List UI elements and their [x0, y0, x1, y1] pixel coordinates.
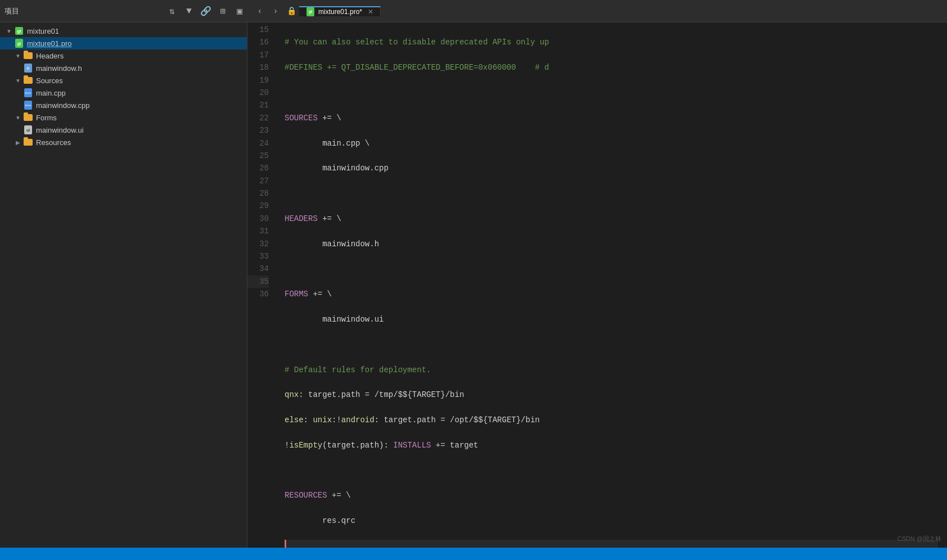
line-31: !isEmpty(target.path): INSTALLS += targe…	[285, 439, 938, 451]
image-icon[interactable]: ▣	[233, 4, 246, 18]
line-19: main.cpp \	[285, 137, 938, 150]
tab-prev-button[interactable]: ‹	[252, 7, 268, 16]
sidebar-label-headers: Headers	[36, 52, 64, 60]
line-16: #DEFINES += QT_DISABLE_DEPRECATED_BEFORE…	[285, 61, 938, 74]
main-area: ▼ gt mixture01 gt mixture01.pro ▼ Header…	[0, 22, 947, 548]
line-15: # You can also select to disable depreca…	[285, 36, 938, 48]
line-30: else: unix:!android: target.path = /opt/…	[285, 414, 938, 426]
sidebar-item-maincpp[interactable]: c++ main.cpp	[0, 87, 247, 99]
cpp-file-icon-mainwindow: c++	[22, 101, 34, 110]
watermark-text: CSDN @国之林	[898, 535, 941, 543]
sidebar-label-maincpp: main.cpp	[36, 89, 66, 97]
line-27	[285, 338, 938, 351]
line-20: mainwindow.cpp	[285, 162, 938, 174]
code-content[interactable]: # You can also select to disable depreca…	[276, 22, 947, 548]
line-22: HEADERS += \	[285, 213, 938, 225]
sidebar-item-mainwindowh[interactable]: h mainwindow.h	[0, 62, 247, 74]
line-17	[285, 87, 938, 99]
arrow-mixture01: ▼	[4, 28, 13, 34]
tab-close-button[interactable]: ✕	[368, 8, 373, 16]
status-bar: CSDN @国之林	[0, 548, 947, 560]
resources-folder-icon	[22, 138, 34, 147]
sources-folder-icon	[22, 76, 34, 85]
forms-folder-icon	[22, 113, 34, 122]
sidebar-item-sources[interactable]: ▼ Sources	[0, 74, 247, 87]
tab-area: ‹ › 🔒 gt mixture01.pro* ✕	[252, 0, 943, 22]
sort-icon[interactable]: ⇅	[165, 4, 179, 18]
link-icon[interactable]: 🔗	[199, 4, 213, 18]
tab-next-button[interactable]: ›	[268, 7, 283, 16]
toolbar-icons: ⇅ ▼ 🔗 ⊞ ▣	[165, 4, 246, 18]
line-23: mainwindow.h	[285, 238, 938, 250]
headers-folder-icon	[22, 51, 34, 60]
line-28: # Default rules for deployment.	[285, 364, 938, 376]
sidebar-item-resources[interactable]: ▶ Resources	[0, 136, 247, 148]
sidebar-label-mainwindowcpp: mainwindow.cpp	[36, 101, 89, 110]
sidebar-label-mainwindowui: mainwindow.ui	[36, 126, 84, 134]
sidebar-label-sources: Sources	[36, 76, 63, 85]
filter-icon[interactable]: ▼	[182, 4, 196, 18]
sidebar-label-mainwindowh: mainwindow.h	[36, 64, 82, 73]
sidebar: ▼ gt mixture01 gt mixture01.pro ▼ Header…	[0, 22, 247, 548]
sidebar-label-forms: Forms	[36, 114, 57, 122]
sidebar-item-mixture01-project[interactable]: ▼ gt mixture01	[0, 25, 247, 37]
sidebar-label-mixture01pro: mixture01.pro	[27, 39, 71, 48]
sidebar-item-mixture01pro[interactable]: gt mixture01.pro	[0, 37, 247, 49]
cpp-file-icon-main: c++	[22, 88, 34, 97]
tab-pro-icon: gt	[306, 7, 315, 16]
sidebar-item-headers[interactable]: ▼ Headers	[0, 49, 247, 62]
toolbar-title: 项目	[4, 6, 19, 16]
sidebar-label-mixture01: mixture01	[27, 27, 59, 35]
line-34: res.qrc	[285, 514, 938, 527]
ui-file-icon: ui	[22, 125, 34, 134]
project-icon: gt	[13, 26, 25, 35]
expand-icon[interactable]: ⊞	[216, 4, 229, 18]
sidebar-item-forms[interactable]: ▼ Forms	[0, 111, 247, 124]
sidebar-label-resources: Resources	[36, 138, 71, 147]
toolbar: 项目 ⇅ ▼ 🔗 ⊞ ▣ ‹ › 🔒 gt mixture01.pro* ✕	[0, 0, 947, 22]
line-25: FORMS += \	[285, 288, 938, 300]
line-26: mainwindow.ui	[285, 313, 938, 326]
tab-mixture01pro[interactable]: gt mixture01.pro* ✕	[299, 6, 381, 16]
line-33: RESOURCES += \	[285, 489, 938, 502]
sidebar-item-mainwindowcpp[interactable]: c++ mainwindow.cpp	[0, 99, 247, 111]
tab-label: mixture01.pro*	[318, 8, 362, 16]
line-29: qnx: target.path = /tmp/$${TARGET}/bin	[285, 389, 938, 401]
line-32	[285, 464, 938, 477]
line-numbers: 15 16 17 18 19 20 21 22 23 24 25 26 27 2…	[247, 22, 276, 548]
toolbar-left: 项目 ⇅ ▼ 🔗 ⊞ ▣	[4, 4, 252, 18]
line-18: SOURCES += \	[285, 112, 938, 124]
editor-area[interactable]: 15 16 17 18 19 20 21 22 23 24 25 26 27 2…	[247, 22, 947, 548]
arrow-resources: ▶	[13, 139, 22, 146]
line-35	[285, 540, 938, 548]
arrow-forms: ▼	[13, 115, 22, 121]
tab-lock-button[interactable]: 🔒	[283, 6, 299, 16]
pro-file-icon: gt	[13, 39, 25, 48]
arrow-sources: ▼	[13, 78, 22, 84]
line-21	[285, 187, 938, 200]
line-24	[285, 263, 938, 275]
sidebar-item-mainwindowui[interactable]: ui mainwindow.ui	[0, 124, 247, 136]
h-file-icon: h	[22, 64, 34, 73]
arrow-headers: ▼	[13, 53, 22, 59]
